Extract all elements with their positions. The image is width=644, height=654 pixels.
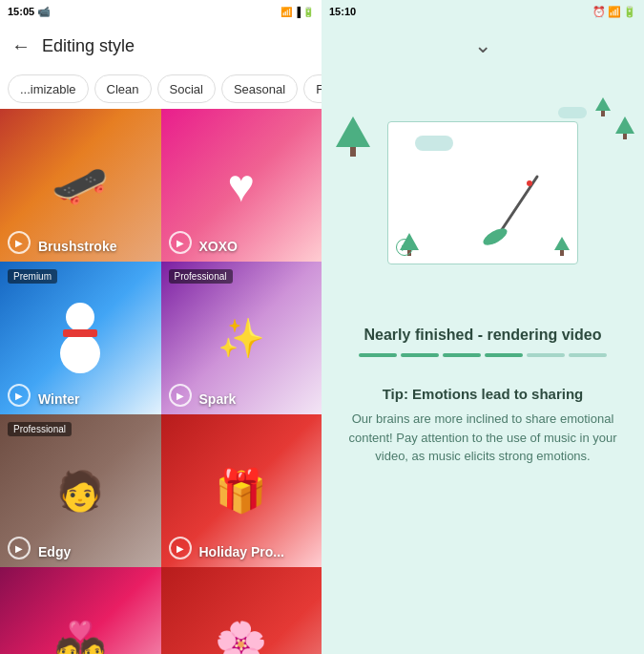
badge-professional-spark: Professional — [169, 269, 233, 284]
xsmall-in-tree-icon — [554, 237, 570, 250]
card-xoxo[interactable]: ♥ ▶ XOXO — [161, 109, 322, 262]
badge-professional-edgy: Professional — [8, 422, 72, 436]
snowman-scarf — [63, 329, 97, 337]
svg-point-2 — [527, 180, 532, 186]
svg-point-1 — [481, 225, 509, 248]
xsmall-in-tree-trunk-icon — [560, 250, 564, 256]
prog-bar-5 — [527, 353, 565, 357]
header: ← Editing style — [0, 23, 322, 69]
tip-section: Tip: Emotions lead to sharing Our brains… — [322, 376, 644, 475]
card-edgy[interactable]: 🧑 Professional ▶ Edgy — [0, 414, 161, 567]
tip-text: Our brains are more inclined to share em… — [341, 410, 625, 466]
card-last2[interactable]: 🌸 ▶ — [161, 567, 322, 654]
play-icon-edgy[interactable]: ▶ — [8, 537, 31, 559]
card-holiday-label: Holiday Pro... — [199, 544, 284, 559]
filter-chip-fun[interactable]: Fun — [303, 74, 322, 103]
camera-icon: 📹 — [37, 6, 51, 18]
right-small-trunk-icon — [623, 134, 627, 139]
right-time: 15:10 — [329, 6, 356, 17]
card-edgy-label: Edgy — [38, 544, 71, 559]
badge-premium-winter: Premium — [8, 269, 57, 284]
prog-bar-3 — [443, 353, 481, 357]
cloud-icon — [415, 136, 453, 151]
snowman-head — [66, 303, 94, 331]
left-panel: 15:05 📹 📶 ▐ 🔋 ← Editing style ...imizabl… — [0, 0, 322, 654]
card-spark-label: Spark — [199, 391, 237, 407]
chevron-down-icon[interactable]: ⌄ — [474, 33, 491, 58]
render-section: Nearly finished - rendering video — [322, 317, 644, 376]
xsmall-tree-icon — [595, 97, 611, 111]
filter-chip-clean[interactable]: Clean — [94, 74, 152, 103]
big-tree-trunk-icon — [350, 147, 356, 157]
right-alarm-icon: ⏰ — [592, 6, 606, 18]
cloud-right-icon — [558, 107, 587, 118]
wifi-icon: 📶 — [280, 7, 292, 17]
right-panel: 15:10 ⏰ 📶 🔋 ⌄ — [322, 0, 644, 654]
snowman-body — [60, 333, 100, 373]
play-icon-xoxo[interactable]: ▶ — [169, 231, 192, 254]
video-preview-frame: ▶ — [387, 121, 578, 264]
filter-bar: ...imizable Clean Social Seasonal Fun Al… — [0, 69, 322, 109]
tip-title: Tip: Emotions lead to sharing — [341, 386, 625, 402]
back-button[interactable]: ← — [11, 35, 31, 57]
play-icon-brushstroke[interactable]: ▶ — [8, 231, 31, 254]
render-title: Nearly finished - rendering video — [341, 327, 625, 344]
card-holiday-pro[interactable]: 🎁 ▶ Holiday Pro... — [161, 414, 322, 567]
filter-chip-seasonal[interactable]: Seasonal — [221, 74, 298, 103]
style-grid: 🛹 ▶ Brushstroke ♥ ▶ XOXO Premium ▶ — [0, 109, 322, 654]
right-wifi-icon: 📶 — [608, 6, 621, 18]
card-spark[interactable]: ✨ Professional ▶ Spark — [161, 262, 322, 414]
play-icon-winter[interactable]: ▶ — [8, 384, 31, 407]
card-winter-label: Winter — [38, 391, 79, 407]
play-icon-spark[interactable]: ▶ — [169, 384, 192, 407]
right-status-bar: 15:10 ⏰ 📶 🔋 — [322, 0, 644, 23]
signal-icon: ▐ — [294, 7, 301, 17]
left-status-right: 📶 ▐ 🔋 — [280, 7, 314, 17]
play-icon-holiday[interactable]: ▶ — [169, 537, 192, 559]
broom-icon — [480, 172, 556, 248]
battery-icon: 🔋 — [302, 7, 314, 17]
right-battery-icon: 🔋 — [623, 6, 636, 18]
left-time: 15:05 — [8, 6, 34, 17]
prog-bar-6 — [569, 353, 607, 357]
right-small-tree-icon — [615, 116, 634, 134]
outer-tree-right — [615, 116, 634, 139]
prog-bar-1 — [359, 353, 397, 357]
card-brushstroke-label: Brushstroke — [38, 239, 116, 254]
big-tree-top-icon — [336, 116, 370, 147]
snowman-figure — [60, 303, 100, 373]
prog-bar-4 — [485, 353, 523, 357]
xsmall-tree-trunk-icon — [601, 111, 605, 116]
in-frame-tree-right — [554, 237, 570, 256]
card-winter[interactable]: Premium ▶ Winter — [0, 262, 161, 414]
outer-tree-left — [336, 116, 370, 157]
card-brushstroke[interactable]: 🛹 ▶ Brushstroke — [0, 109, 161, 262]
card-xoxo-label: XOXO — [199, 239, 238, 254]
card-last1-bg: 💑 — [0, 567, 161, 654]
right-header[interactable]: ⌄ — [322, 23, 644, 69]
card-last1[interactable]: 💑 ▶ — [0, 567, 161, 654]
left-status-bar: 15:05 📹 📶 ▐ 🔋 — [0, 0, 322, 23]
progress-bars — [341, 353, 625, 357]
filter-chip-customizable[interactable]: ...imizable — [8, 74, 89, 103]
prog-bar-2 — [401, 353, 439, 357]
card-last2-bg: 🌸 — [161, 567, 322, 654]
left-status-left: 15:05 📹 — [8, 6, 51, 18]
filter-chip-social[interactable]: Social — [157, 74, 216, 103]
animation-area: ▶ — [322, 69, 644, 317]
right-status-icons: ⏰ 📶 🔋 — [592, 6, 636, 18]
frame-play-button[interactable]: ▶ — [396, 239, 413, 256]
page-title: Editing style — [42, 36, 135, 56]
outer-tree-far-right — [595, 97, 611, 116]
